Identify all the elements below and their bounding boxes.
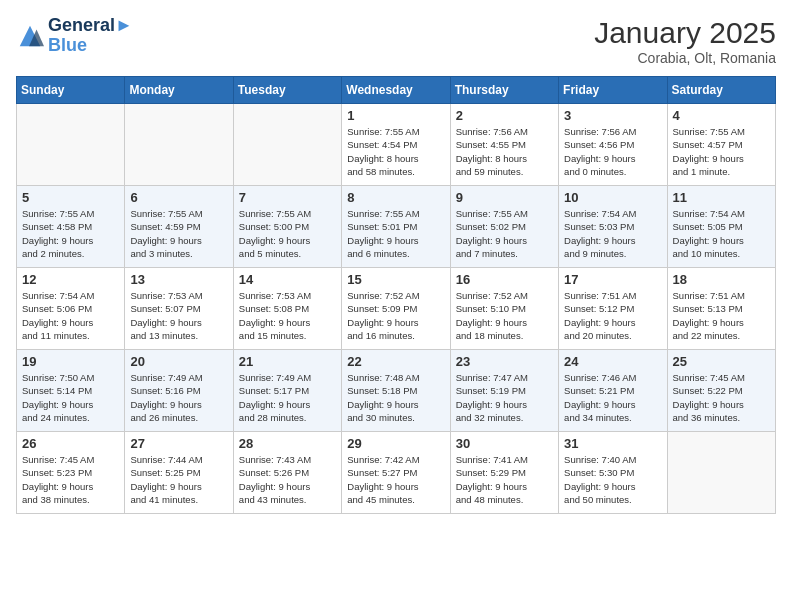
page-header: General► Blue January 2025 Corabia, Olt,… (16, 16, 776, 66)
calendar-header-row: SundayMondayTuesdayWednesdayThursdayFrid… (17, 77, 776, 104)
weekday-header: Friday (559, 77, 667, 104)
day-number: 21 (239, 354, 336, 369)
calendar-table: SundayMondayTuesdayWednesdayThursdayFrid… (16, 76, 776, 514)
calendar-cell: 5Sunrise: 7:55 AM Sunset: 4:58 PM Daylig… (17, 186, 125, 268)
day-number: 10 (564, 190, 661, 205)
weekday-header: Tuesday (233, 77, 341, 104)
calendar-cell: 20Sunrise: 7:49 AM Sunset: 5:16 PM Dayli… (125, 350, 233, 432)
day-number: 7 (239, 190, 336, 205)
day-info: Sunrise: 7:43 AM Sunset: 5:26 PM Dayligh… (239, 453, 336, 506)
logo-text: General► Blue (48, 16, 133, 56)
calendar-cell: 4Sunrise: 7:55 AM Sunset: 4:57 PM Daylig… (667, 104, 775, 186)
calendar-cell: 25Sunrise: 7:45 AM Sunset: 5:22 PM Dayli… (667, 350, 775, 432)
calendar-cell: 29Sunrise: 7:42 AM Sunset: 5:27 PM Dayli… (342, 432, 450, 514)
day-info: Sunrise: 7:40 AM Sunset: 5:30 PM Dayligh… (564, 453, 661, 506)
day-info: Sunrise: 7:53 AM Sunset: 5:08 PM Dayligh… (239, 289, 336, 342)
calendar-cell: 28Sunrise: 7:43 AM Sunset: 5:26 PM Dayli… (233, 432, 341, 514)
weekday-header: Wednesday (342, 77, 450, 104)
calendar-cell: 1Sunrise: 7:55 AM Sunset: 4:54 PM Daylig… (342, 104, 450, 186)
day-info: Sunrise: 7:52 AM Sunset: 5:10 PM Dayligh… (456, 289, 553, 342)
calendar-week-row: 1Sunrise: 7:55 AM Sunset: 4:54 PM Daylig… (17, 104, 776, 186)
day-number: 22 (347, 354, 444, 369)
day-info: Sunrise: 7:52 AM Sunset: 5:09 PM Dayligh… (347, 289, 444, 342)
day-number: 18 (673, 272, 770, 287)
day-number: 15 (347, 272, 444, 287)
calendar-cell: 21Sunrise: 7:49 AM Sunset: 5:17 PM Dayli… (233, 350, 341, 432)
day-info: Sunrise: 7:53 AM Sunset: 5:07 PM Dayligh… (130, 289, 227, 342)
calendar-cell: 19Sunrise: 7:50 AM Sunset: 5:14 PM Dayli… (17, 350, 125, 432)
day-number: 6 (130, 190, 227, 205)
calendar-week-row: 19Sunrise: 7:50 AM Sunset: 5:14 PM Dayli… (17, 350, 776, 432)
day-info: Sunrise: 7:55 AM Sunset: 5:00 PM Dayligh… (239, 207, 336, 260)
day-number: 31 (564, 436, 661, 451)
day-number: 26 (22, 436, 119, 451)
day-info: Sunrise: 7:55 AM Sunset: 4:57 PM Dayligh… (673, 125, 770, 178)
day-info: Sunrise: 7:54 AM Sunset: 5:05 PM Dayligh… (673, 207, 770, 260)
day-number: 24 (564, 354, 661, 369)
title-block: January 2025 Corabia, Olt, Romania (594, 16, 776, 66)
day-number: 29 (347, 436, 444, 451)
calendar-cell: 22Sunrise: 7:48 AM Sunset: 5:18 PM Dayli… (342, 350, 450, 432)
calendar-cell: 31Sunrise: 7:40 AM Sunset: 5:30 PM Dayli… (559, 432, 667, 514)
logo: General► Blue (16, 16, 133, 56)
day-info: Sunrise: 7:46 AM Sunset: 5:21 PM Dayligh… (564, 371, 661, 424)
day-info: Sunrise: 7:45 AM Sunset: 5:22 PM Dayligh… (673, 371, 770, 424)
day-info: Sunrise: 7:41 AM Sunset: 5:29 PM Dayligh… (456, 453, 553, 506)
day-info: Sunrise: 7:55 AM Sunset: 5:02 PM Dayligh… (456, 207, 553, 260)
day-info: Sunrise: 7:45 AM Sunset: 5:23 PM Dayligh… (22, 453, 119, 506)
calendar-cell: 23Sunrise: 7:47 AM Sunset: 5:19 PM Dayli… (450, 350, 558, 432)
day-number: 23 (456, 354, 553, 369)
location: Corabia, Olt, Romania (594, 50, 776, 66)
calendar-cell: 10Sunrise: 7:54 AM Sunset: 5:03 PM Dayli… (559, 186, 667, 268)
day-number: 1 (347, 108, 444, 123)
calendar-cell: 9Sunrise: 7:55 AM Sunset: 5:02 PM Daylig… (450, 186, 558, 268)
day-number: 27 (130, 436, 227, 451)
day-info: Sunrise: 7:54 AM Sunset: 5:03 PM Dayligh… (564, 207, 661, 260)
calendar-cell: 12Sunrise: 7:54 AM Sunset: 5:06 PM Dayli… (17, 268, 125, 350)
calendar-week-row: 12Sunrise: 7:54 AM Sunset: 5:06 PM Dayli… (17, 268, 776, 350)
day-info: Sunrise: 7:55 AM Sunset: 4:54 PM Dayligh… (347, 125, 444, 178)
day-info: Sunrise: 7:55 AM Sunset: 5:01 PM Dayligh… (347, 207, 444, 260)
day-info: Sunrise: 7:54 AM Sunset: 5:06 PM Dayligh… (22, 289, 119, 342)
calendar-cell: 3Sunrise: 7:56 AM Sunset: 4:56 PM Daylig… (559, 104, 667, 186)
day-number: 3 (564, 108, 661, 123)
day-number: 8 (347, 190, 444, 205)
day-info: Sunrise: 7:47 AM Sunset: 5:19 PM Dayligh… (456, 371, 553, 424)
day-info: Sunrise: 7:55 AM Sunset: 4:58 PM Dayligh… (22, 207, 119, 260)
calendar-week-row: 26Sunrise: 7:45 AM Sunset: 5:23 PM Dayli… (17, 432, 776, 514)
day-info: Sunrise: 7:51 AM Sunset: 5:13 PM Dayligh… (673, 289, 770, 342)
calendar-cell (233, 104, 341, 186)
calendar-cell: 7Sunrise: 7:55 AM Sunset: 5:00 PM Daylig… (233, 186, 341, 268)
logo-icon (16, 22, 44, 50)
day-info: Sunrise: 7:56 AM Sunset: 4:56 PM Dayligh… (564, 125, 661, 178)
day-number: 12 (22, 272, 119, 287)
weekday-header: Monday (125, 77, 233, 104)
weekday-header: Saturday (667, 77, 775, 104)
calendar-cell: 11Sunrise: 7:54 AM Sunset: 5:05 PM Dayli… (667, 186, 775, 268)
day-number: 9 (456, 190, 553, 205)
calendar-cell: 8Sunrise: 7:55 AM Sunset: 5:01 PM Daylig… (342, 186, 450, 268)
day-info: Sunrise: 7:44 AM Sunset: 5:25 PM Dayligh… (130, 453, 227, 506)
calendar-cell (125, 104, 233, 186)
weekday-header: Sunday (17, 77, 125, 104)
calendar-cell: 27Sunrise: 7:44 AM Sunset: 5:25 PM Dayli… (125, 432, 233, 514)
calendar-cell (17, 104, 125, 186)
day-info: Sunrise: 7:50 AM Sunset: 5:14 PM Dayligh… (22, 371, 119, 424)
day-number: 25 (673, 354, 770, 369)
day-number: 30 (456, 436, 553, 451)
calendar-cell: 2Sunrise: 7:56 AM Sunset: 4:55 PM Daylig… (450, 104, 558, 186)
day-number: 17 (564, 272, 661, 287)
day-number: 16 (456, 272, 553, 287)
day-info: Sunrise: 7:49 AM Sunset: 5:16 PM Dayligh… (130, 371, 227, 424)
day-info: Sunrise: 7:42 AM Sunset: 5:27 PM Dayligh… (347, 453, 444, 506)
day-number: 2 (456, 108, 553, 123)
calendar-cell: 18Sunrise: 7:51 AM Sunset: 5:13 PM Dayli… (667, 268, 775, 350)
calendar-cell: 17Sunrise: 7:51 AM Sunset: 5:12 PM Dayli… (559, 268, 667, 350)
calendar-cell: 13Sunrise: 7:53 AM Sunset: 5:07 PM Dayli… (125, 268, 233, 350)
calendar-cell: 24Sunrise: 7:46 AM Sunset: 5:21 PM Dayli… (559, 350, 667, 432)
calendar-cell (667, 432, 775, 514)
day-number: 13 (130, 272, 227, 287)
day-info: Sunrise: 7:48 AM Sunset: 5:18 PM Dayligh… (347, 371, 444, 424)
day-info: Sunrise: 7:49 AM Sunset: 5:17 PM Dayligh… (239, 371, 336, 424)
calendar-week-row: 5Sunrise: 7:55 AM Sunset: 4:58 PM Daylig… (17, 186, 776, 268)
